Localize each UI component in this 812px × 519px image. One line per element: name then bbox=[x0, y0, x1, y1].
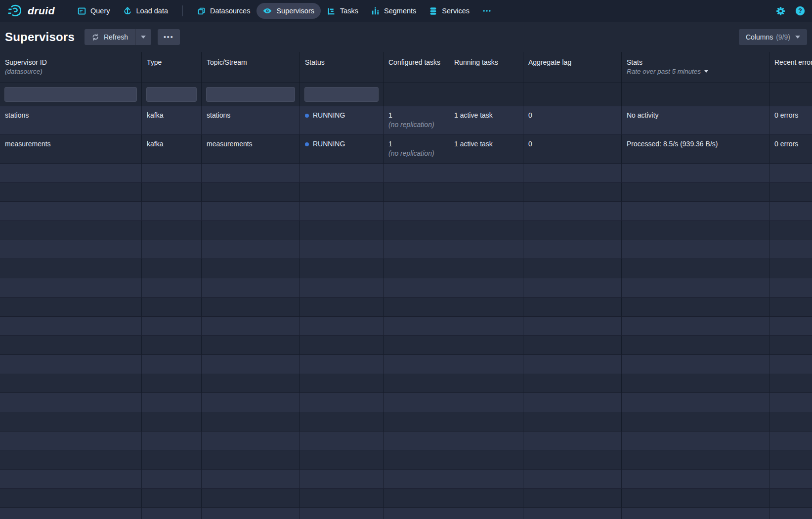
refresh-interval-dropdown[interactable] bbox=[135, 29, 151, 45]
cell-status: RUNNING bbox=[300, 106, 384, 134]
empty-cell bbox=[769, 240, 812, 259]
nav-item-label: Tasks bbox=[340, 7, 358, 15]
help-button[interactable]: ? bbox=[795, 6, 805, 16]
replication-note: (no replication) bbox=[388, 149, 444, 158]
nav-item-label: Segments bbox=[384, 7, 416, 15]
column-header-configured-tasks[interactable]: Configured tasks bbox=[384, 52, 449, 83]
column-header-running-tasks[interactable]: Running tasks bbox=[449, 52, 523, 83]
refresh-icon bbox=[91, 33, 99, 41]
empty-cell bbox=[523, 450, 622, 469]
empty-cell bbox=[449, 221, 523, 240]
table-row-empty bbox=[0, 450, 812, 470]
empty-cell bbox=[142, 374, 202, 393]
nav-item-supervisors[interactable]: Supervisors bbox=[256, 3, 321, 19]
column-header-stats[interactable]: Stats Rate over past 5 minutes bbox=[622, 52, 769, 83]
empty-cell bbox=[384, 278, 449, 297]
druid-logo-icon bbox=[7, 3, 24, 18]
empty-cell bbox=[769, 202, 812, 220]
empty-cell bbox=[300, 489, 384, 508]
filter-supervisor-id-input[interactable] bbox=[4, 87, 137, 102]
nav-item-label: Load data bbox=[136, 7, 169, 15]
empty-cell bbox=[0, 470, 142, 488]
empty-cell bbox=[0, 221, 142, 240]
empty-cell bbox=[622, 202, 769, 220]
svg-text:?: ? bbox=[798, 7, 802, 14]
title-more-button[interactable]: ••• bbox=[158, 29, 180, 45]
empty-cell bbox=[449, 374, 523, 393]
column-header-recent-errors[interactable]: Recent errors bbox=[769, 52, 812, 83]
column-header-topic-stream[interactable]: Topic/Stream bbox=[202, 52, 300, 83]
table-row-empty bbox=[0, 336, 812, 355]
empty-cell bbox=[449, 164, 523, 182]
nav-item-datasources[interactable]: Datasources bbox=[191, 3, 256, 19]
bar-chart-icon bbox=[371, 7, 380, 15]
empty-cell bbox=[0, 336, 142, 354]
empty-cell bbox=[769, 393, 812, 412]
nav-item-query[interactable]: Query bbox=[71, 3, 117, 19]
column-header-supervisor-id[interactable]: Supervisor ID (datasource) bbox=[0, 52, 142, 83]
cell-stats: No activity bbox=[622, 106, 769, 134]
nav-item-services[interactable]: Services bbox=[423, 3, 476, 19]
empty-cell bbox=[142, 489, 202, 508]
upload-icon bbox=[123, 6, 132, 15]
table-row-empty bbox=[0, 432, 812, 451]
table-row-empty bbox=[0, 412, 812, 432]
nav-item-label: Supervisors bbox=[276, 7, 314, 15]
empty-cell bbox=[449, 336, 523, 354]
empty-cell bbox=[142, 412, 202, 431]
empty-cell bbox=[202, 221, 300, 240]
empty-cell bbox=[142, 317, 202, 336]
help-icon: ? bbox=[795, 6, 805, 16]
empty-cell bbox=[142, 508, 202, 519]
empty-cell bbox=[449, 259, 523, 278]
column-header-type[interactable]: Type bbox=[142, 52, 202, 83]
refresh-button[interactable]: Refresh bbox=[85, 29, 135, 45]
brand-name: druid bbox=[28, 5, 55, 17]
empty-cell bbox=[300, 393, 384, 412]
brand[interactable]: druid bbox=[7, 3, 55, 18]
empty-cell bbox=[523, 240, 622, 259]
filter-type-input[interactable] bbox=[146, 87, 197, 102]
status-running-dot-icon bbox=[305, 142, 309, 146]
nav-item-segments[interactable]: Segments bbox=[365, 3, 423, 19]
filter-cell-empty bbox=[523, 83, 622, 106]
column-header-status[interactable]: Status bbox=[300, 52, 384, 83]
filter-topic-stream-input[interactable] bbox=[206, 87, 295, 102]
cell-supervisor-id: stations bbox=[0, 106, 142, 134]
table-row-stations[interactable]: stations kafka stations RUNNING 1 (no re… bbox=[0, 106, 812, 135]
empty-cell bbox=[0, 508, 142, 519]
empty-cell bbox=[384, 470, 449, 488]
empty-cell bbox=[0, 432, 142, 450]
nav-item-load-data[interactable]: Load data bbox=[117, 3, 175, 19]
view-control-bar: Supervisors Refresh ••• Columns (9/9) bbox=[0, 22, 812, 52]
empty-cell bbox=[202, 432, 300, 450]
nav-more-button[interactable] bbox=[476, 3, 498, 19]
refresh-split-button: Refresh bbox=[85, 29, 151, 45]
empty-cell bbox=[769, 450, 812, 469]
empty-cell bbox=[769, 317, 812, 336]
filter-cell-empty bbox=[384, 83, 449, 106]
empty-cell bbox=[202, 259, 300, 278]
settings-button[interactable] bbox=[776, 6, 785, 16]
cell-type: kafka bbox=[142, 106, 202, 134]
more-dots-icon bbox=[482, 6, 491, 15]
cell-recent-errors: 0 errors bbox=[769, 135, 812, 163]
empty-cell bbox=[202, 183, 300, 202]
empty-cell bbox=[449, 450, 523, 469]
filter-status-input[interactable] bbox=[304, 87, 379, 102]
table-row-measurements[interactable]: measurements kafka measurements RUNNING … bbox=[0, 135, 812, 164]
empty-cell bbox=[0, 202, 142, 220]
empty-cell bbox=[449, 508, 523, 519]
datasources-icon bbox=[197, 7, 206, 15]
columns-dropdown[interactable]: Columns (9/9) bbox=[739, 29, 807, 45]
nav-item-tasks[interactable]: Tasks bbox=[321, 3, 365, 19]
empty-cell bbox=[0, 164, 142, 182]
empty-cell bbox=[300, 298, 384, 316]
empty-cell bbox=[622, 336, 769, 354]
empty-cell bbox=[202, 164, 300, 182]
empty-cell bbox=[523, 259, 622, 278]
stats-rate-dropdown[interactable]: Rate over past 5 minutes bbox=[627, 68, 764, 75]
column-header-aggregate-lag[interactable]: Aggregate lag bbox=[523, 52, 622, 83]
empty-cell bbox=[202, 240, 300, 259]
table-row-empty bbox=[0, 317, 812, 336]
